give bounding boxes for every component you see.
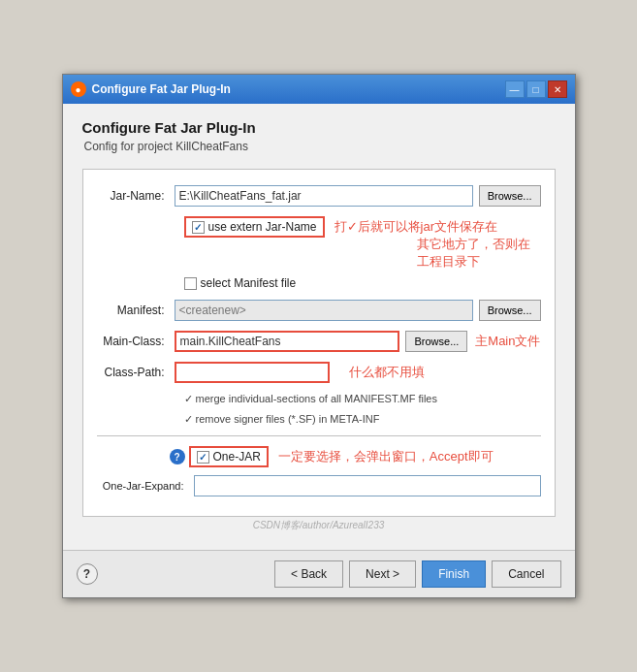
one-jar-expand-input[interactable] — [194, 475, 541, 496]
class-path-row: Class-Path: 什么都不用填 — [97, 362, 541, 383]
one-jar-help-icon[interactable]: ? — [170, 449, 185, 464]
merge-label: ✓ merge individual-sections of all MANIF… — [184, 393, 437, 404]
jar-name-input[interactable] — [175, 185, 473, 207]
main-class-browse-button[interactable]: Browse... — [405, 331, 467, 352]
form-section: Jar-Name: Browse... use extern Jar-Name … — [82, 169, 556, 517]
watermark: CSDN博客/author/AzurealI233 — [82, 517, 556, 534]
one-jar-expand-row: One-Jar-Expand: — [97, 475, 541, 496]
minimize-button[interactable]: — — [505, 80, 525, 98]
app-icon: ● — [71, 81, 86, 97]
cancel-button[interactable]: Cancel — [492, 560, 560, 588]
one-jar-row: ? One-JAR 一定要选择，会弹出窗口，Accept即可 — [97, 446, 541, 467]
select-manifest-row: select Manifest file — [97, 276, 541, 290]
use-extern-row: use extern Jar-Name 打✓后就可以将jar文件保存在 — [97, 216, 541, 238]
class-path-annotation: 什么都不用填 — [349, 364, 425, 381]
window-title: Configure Fat Jar Plug-In — [92, 82, 231, 96]
remove-signer-row: ✓ remove signer files (*.SF) in META-INF — [97, 411, 541, 426]
extern-annotation-line1: 打✓后就可以将jar文件保存在 — [334, 218, 497, 236]
class-path-input[interactable] — [175, 362, 330, 383]
select-manifest-checkbox[interactable] — [184, 277, 197, 290]
select-manifest-normal: select Manifest file — [184, 276, 297, 290]
title-bar-left: ● Configure Fat Jar Plug-In — [71, 81, 231, 97]
footer-left: ? — [77, 563, 98, 585]
manifest-row: Manifest: Browse... — [97, 300, 541, 321]
one-jar-highlighted: One-JAR — [189, 446, 269, 467]
one-jar-annotation: 一定要选择，会弹出窗口，Accept即可 — [278, 448, 494, 465]
close-button[interactable]: ✕ — [548, 80, 567, 98]
back-button[interactable]: < Back — [274, 560, 343, 588]
help-button[interactable]: ? — [77, 563, 98, 585]
title-bar-controls: — □ ✕ — [505, 80, 567, 98]
title-bar: ● Configure Fat Jar Plug-In — □ ✕ — [63, 75, 575, 104]
maximize-button[interactable]: □ — [526, 80, 546, 98]
jar-name-browse-button[interactable]: Browse... — [479, 185, 541, 207]
remove-signer-label: ✓ remove signer files (*.SF) in META-INF — [184, 413, 380, 425]
one-jar-label: One-JAR — [213, 450, 261, 464]
main-class-annotation: 主Main文件 — [475, 333, 540, 350]
extern-annotation-line2: 其它地方了，否则在工程目录下 — [417, 237, 530, 269]
finish-button[interactable]: Finish — [422, 560, 486, 588]
jar-name-label: Jar-Name: — [97, 189, 175, 203]
class-path-label: Class-Path: — [97, 366, 175, 379]
footer-buttons: < Back Next > Finish Cancel — [274, 560, 560, 588]
use-extern-checkbox[interactable] — [192, 221, 205, 234]
dialog-subtitle: Config for project KillCheatFans — [82, 140, 556, 153]
dialog-title: Configure Fat Jar Plug-In — [82, 119, 556, 136]
select-manifest-label: select Manifest file — [201, 276, 297, 290]
main-class-row: Main-Class: Browse... 主Main文件 — [97, 331, 541, 352]
use-extern-label: use extern Jar-Name — [208, 220, 317, 234]
jar-name-row: Jar-Name: Browse... — [97, 185, 541, 207]
merge-row: ✓ merge individual-sections of all MANIF… — [97, 391, 541, 405]
main-class-label: Main-Class: — [97, 335, 175, 348]
manifest-label: Manifest: — [97, 304, 175, 317]
use-extern-highlighted: use extern Jar-Name — [184, 216, 325, 238]
dialog-content: Configure Fat Jar Plug-In Config for pro… — [63, 104, 575, 550]
one-jar-checkbox[interactable] — [197, 451, 209, 464]
one-jar-expand-label: One-Jar-Expand: — [97, 480, 194, 492]
next-button[interactable]: Next > — [349, 560, 416, 588]
manifest-browse-button[interactable]: Browse... — [479, 300, 541, 321]
divider — [97, 435, 541, 436]
main-window: ● Configure Fat Jar Plug-In — □ ✕ Config… — [62, 74, 576, 598]
main-class-input[interactable] — [175, 331, 400, 352]
footer: ? < Back Next > Finish Cancel — [63, 550, 575, 597]
manifest-input[interactable] — [175, 300, 473, 321]
